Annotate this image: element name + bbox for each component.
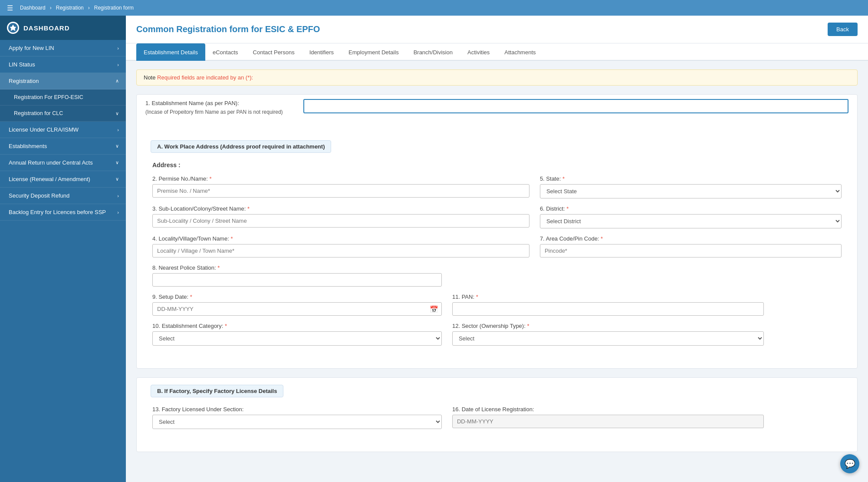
sidebar-item-label: Apply for New LIN <box>9 45 54 51</box>
breadcrumb-dashboard[interactable]: Dashboard <box>20 5 46 11</box>
section-a: A. Work Place Address (Address proof req… <box>137 133 857 368</box>
sidebar: DASHBOARD Apply for New LIN › LIN Status… <box>0 16 126 482</box>
page-title: Common Registration form for ESIC & EPFO <box>136 24 320 34</box>
chevron-right-icon: › <box>117 127 119 132</box>
district-select[interactable]: Select District <box>540 214 842 228</box>
tab-activities[interactable]: Activities <box>460 43 497 61</box>
setup-date-wrapper: 📅 <box>152 302 442 316</box>
sidebar-item-establishments[interactable]: Establishments ∨ <box>0 138 126 155</box>
field6-label: 6. District: * <box>540 205 842 212</box>
sublocation-input[interactable] <box>152 214 529 228</box>
note-bar: Note Required fields are indicated by an… <box>136 69 858 86</box>
breadcrumb-registration[interactable]: Registration <box>56 5 84 11</box>
chevron-down-icon: ∨ <box>115 111 119 116</box>
field11-label: 11. PAN: * <box>452 294 764 300</box>
form-row-13-16: 13. Factory Licensed Under Section: Sele… <box>152 406 842 429</box>
sidebar-item-security-deposit[interactable]: Security Deposit Refund › <box>0 188 126 204</box>
sidebar-item-annual-return[interactable]: Annual Return under Central Acts ∨ <box>0 155 126 171</box>
form-row-9-11: 9. Setup Date: * 📅 11. PAN: <box>152 294 842 316</box>
sidebar-item-backlog-entry[interactable]: Backlog Entry for Licences before SSP › <box>0 204 126 221</box>
premise-name-input[interactable] <box>152 184 529 198</box>
pincode-input[interactable] <box>540 244 842 258</box>
field10-label: 10. Establishment Category: * <box>152 323 442 329</box>
section-b: B. If Factory, Specify Factory License D… <box>136 377 858 452</box>
sidebar-item-reg-epfo-esic[interactable]: Registration For EPFO-ESIC <box>0 89 126 106</box>
section-b-header: B. If Factory, Specify Factory License D… <box>151 385 283 397</box>
sidebar-item-license-clra[interactable]: License Under CLRA/ISMW › <box>0 122 126 138</box>
establishment-category-select[interactable]: Select <box>152 331 442 346</box>
sector-ownership-select[interactable]: Select <box>452 331 764 346</box>
sidebar-item-license-renewal[interactable]: License (Renewal / Amendment) ∨ <box>0 171 126 188</box>
chevron-right-icon: › <box>117 62 119 67</box>
sidebar-item-registration[interactable]: Registration ∧ <box>0 73 126 89</box>
field7-label: 7. Area Code/Pin Code: * <box>540 235 842 242</box>
field1-sublabel: (Incase of Propeitory firm Name as per P… <box>145 109 283 115</box>
chat-icon: 💬 <box>845 459 855 469</box>
sidebar-item-label: Registration <box>9 78 39 84</box>
field7-group: 7. Area Code/Pin Code: * <box>540 235 842 258</box>
chevron-right-icon: › <box>117 193 119 198</box>
field12-label: 12. Sector (Ownership Type): * <box>452 323 764 329</box>
field4-group: 4. Locality/Village/Town Name: * <box>152 235 529 258</box>
tab-attachments[interactable]: Attachments <box>497 43 543 61</box>
field16-group: 16. Date of License Registration: <box>452 406 764 428</box>
chevron-right-icon: › <box>117 46 119 51</box>
tab-establishment-details[interactable]: Establishment Details <box>136 43 205 61</box>
section-b-body: 13. Factory Licensed Under Section: Sele… <box>144 402 850 445</box>
back-button[interactable]: Back <box>828 23 858 36</box>
field9-group: 9. Setup Date: * 📅 <box>152 294 442 316</box>
form-row-2-5: 2. Permise No./Name: * 5. State: * <box>152 175 842 198</box>
field1-label: 1. Establishment Name (as per PAN): (Inc… <box>145 99 293 116</box>
form-row-4-7: 4. Locality/Village/Town Name: * 7. Area… <box>152 235 842 258</box>
field2-group: 2. Permise No./Name: * <box>152 175 529 198</box>
sidebar-item-label: License Under CLRA/ISMW <box>9 126 79 133</box>
note-prefix: Note <box>144 74 157 81</box>
pan-input[interactable] <box>452 302 764 316</box>
establishment-name-input[interactable] <box>303 99 848 113</box>
sidebar-item-label: Registration for CLC <box>14 110 63 116</box>
topbar: ☰ Dashboard › Registration › Registratio… <box>0 0 868 16</box>
state-select[interactable]: Select State <box>540 184 842 198</box>
menu-icon[interactable]: ☰ <box>7 4 13 12</box>
tab-econtacts[interactable]: eContacts <box>205 43 246 61</box>
sidebar-item-reg-clc[interactable]: Registration for CLC ∨ <box>0 106 126 122</box>
chevron-down-icon: ∨ <box>115 143 119 149</box>
sidebar-item-label: License (Renewal / Amendment) <box>9 176 90 182</box>
main-content: Common Registration form for ESIC & EPFO… <box>126 16 868 482</box>
estname-group: 1. Establishment Name (as per PAN): (Inc… <box>137 95 857 133</box>
main-header: Common Registration form for ESIC & EPFO… <box>126 16 868 43</box>
section-a-body: Address : 2. Permise No./Name: * <box>144 157 850 361</box>
sidebar-item-label: Security Deposit Refund <box>9 192 69 199</box>
tab-identifiers[interactable]: Identifiers <box>302 43 341 61</box>
factory-licensed-select[interactable]: Select <box>152 415 442 429</box>
field13-group: 13. Factory Licensed Under Section: Sele… <box>152 406 442 429</box>
sidebar-item-label: Registration For EPFO-ESIC <box>14 94 83 100</box>
chevron-down-icon: ∨ <box>115 176 119 182</box>
sidebar-title: DASHBOARD <box>23 24 70 32</box>
sidebar-item-lin-status[interactable]: LIN Status › <box>0 56 126 73</box>
tab-employment-details[interactable]: Employment Details <box>341 43 406 61</box>
field3-label: 3. Sub-Location/Colony/Street Name: * <box>152 205 529 212</box>
setup-date-input[interactable] <box>152 302 442 316</box>
calendar-icon[interactable]: 📅 <box>430 305 438 313</box>
field13-label: 13. Factory Licensed Under Section: <box>152 406 442 413</box>
locality-input[interactable] <box>152 244 529 258</box>
chevron-down-icon: ∨ <box>115 160 119 165</box>
tab-branch-division[interactable]: Branch/Division <box>406 43 460 61</box>
field8-label: 8. Nearest Police Station: * <box>152 264 442 271</box>
tab-contact-persons[interactable]: Contact Persons <box>246 43 302 61</box>
breadcrumb-current: Registration form <box>94 5 134 11</box>
form-row-10-12: 10. Establishment Category: * Select 12.… <box>152 323 842 346</box>
form-row-3-6: 3. Sub-Location/Colony/Street Name: * 6.… <box>152 205 842 228</box>
sidebar-logo <box>7 22 19 34</box>
license-date-input[interactable] <box>452 415 764 428</box>
chat-support-button[interactable]: 💬 <box>840 454 859 473</box>
breadcrumb-sep1: › <box>50 5 52 11</box>
form-area: Note Required fields are indicated by an… <box>126 61 868 469</box>
field9-label: 9. Setup Date: * <box>152 294 442 300</box>
sidebar-item-apply-lin[interactable]: Apply for New LIN › <box>0 40 126 56</box>
note-text: Required fields are indicated by an (*): <box>157 74 253 81</box>
police-station-input[interactable] <box>152 273 442 287</box>
establishment-details-section: 1. Establishment Name (as per PAN): (Inc… <box>136 94 858 369</box>
chevron-right-icon: › <box>117 210 119 215</box>
